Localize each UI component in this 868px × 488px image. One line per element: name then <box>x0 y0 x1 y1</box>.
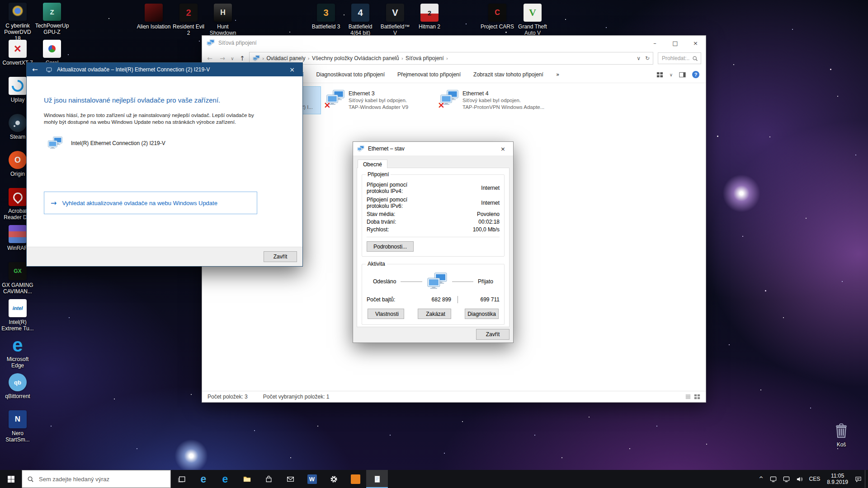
explorer-titlebar[interactable]: Síťová připojení – □ × <box>202 36 706 50</box>
taskbar-clock[interactable]: 11:05 8.9.2019 <box>823 473 852 485</box>
back-button[interactable]: ← <box>32 66 41 74</box>
up-button[interactable]: ↑ <box>236 55 248 62</box>
desktop-icon-gx-gaming[interactable]: GX GAMING CAVIMAN... <box>0 262 35 295</box>
desktop-icon-edge[interactable]: Microsoft Edge <box>0 336 35 369</box>
language-indicator[interactable]: CES <box>806 470 824 488</box>
action-center-button[interactable] <box>852 470 865 488</box>
address-dropdown-icon[interactable]: ∨ <box>637 55 641 61</box>
show-hidden-icons-button[interactable]: ^ <box>756 470 767 488</box>
help-icon[interactable]: ? <box>692 71 699 78</box>
taskbar-internet-explorer[interactable]: e <box>193 470 214 488</box>
word-icon: W <box>307 474 317 484</box>
breadcrumb-segment-network-connections[interactable]: Síťová připojení <box>406 55 444 61</box>
refresh-icon[interactable]: ↻ <box>645 55 650 61</box>
disable-button[interactable]: Zakázat <box>418 309 451 319</box>
command-view-status[interactable]: Zobrazit stav tohoto připojení <box>473 71 543 78</box>
desktop-icon-battlefield-4[interactable]: Battlefield 4(64 bit) <box>343 4 377 36</box>
taskbar-search-box[interactable] <box>22 470 171 488</box>
desktop-icon-battlefield-v[interactable]: Battlefield™ V <box>378 4 412 36</box>
desktop-icon-recycle-bin[interactable]: Koš <box>824 422 859 448</box>
details-view-icon[interactable] <box>685 394 691 400</box>
desktop-icon-battlefield-3[interactable]: Battlefield 3 <box>309 4 343 30</box>
taskbar-word[interactable]: W <box>301 470 323 488</box>
network-tray-icon[interactable] <box>780 470 793 488</box>
desktop-icon-powerdvd[interactable]: C yberlink PowerDVD 18 <box>0 3 35 42</box>
taskbar-file-explorer[interactable] <box>236 470 258 488</box>
forward-button[interactable]: → <box>217 55 228 62</box>
taskbar-settings[interactable] <box>323 470 344 488</box>
close-button[interactable]: × <box>685 36 706 50</box>
desktop-icon-intel-xtu[interactable]: Intel(R) Extreme Tu... <box>0 299 35 332</box>
volume-tray-icon[interactable] <box>793 470 806 488</box>
preview-pane-icon[interactable] <box>679 71 686 78</box>
details-button[interactable]: Podrobnosti... <box>367 241 414 252</box>
show-desktop-button[interactable] <box>865 470 868 488</box>
battlefield-4-icon <box>351 4 369 22</box>
command-overflow-chevron[interactable]: » <box>556 71 559 78</box>
starfield <box>0 0 1 1</box>
close-button[interactable]: × <box>282 63 302 76</box>
explorer-search-box[interactable] <box>658 52 701 64</box>
taskbar-active-window[interactable] <box>366 470 388 488</box>
sent-label: Odesláno <box>373 278 396 285</box>
desktop-icon-hitman-2[interactable]: Hitman 2 <box>412 4 447 30</box>
desktop-icon-label: Resident Evil 2 <box>171 23 206 36</box>
dialog-titlebar[interactable]: Ethernet – stav × <box>353 142 513 155</box>
recent-locations-dropdown[interactable]: ∨ <box>229 56 236 61</box>
breadcrumb[interactable]: › Ovládací panely › Všechny položky Ovlá… <box>249 52 653 65</box>
taskbar-mail[interactable] <box>279 470 301 488</box>
battlefield-3-icon <box>317 4 335 22</box>
status-row: Stav média:Povoleno <box>367 211 500 217</box>
breadcrumb-segment-control-panel[interactable]: Ovládací panely <box>266 55 305 61</box>
command-rename-connection[interactable]: Přejmenovat toto připojení <box>397 71 461 78</box>
windows-logo-icon <box>7 475 15 483</box>
network-item-ethernet-4[interactable]: × Ethernet 4 Síťový kabel byl odpojen. T… <box>437 87 551 114</box>
desktop-icon-hunt-showdown[interactable]: Hunt Showdown <box>206 4 240 36</box>
taskbar-orange-app[interactable] <box>344 470 366 488</box>
diagnostics-button[interactable]: Diagnostika <box>465 309 499 319</box>
taskbar-edge[interactable]: e <box>214 470 236 488</box>
desktop-icon-project-cars[interactable]: Project CARS <box>480 4 514 30</box>
bytes-label: Počet bajtů: <box>367 296 395 303</box>
breadcrumb-segment-all-items[interactable]: Všechny položky Ovládacích panelů <box>312 55 399 61</box>
properties-button[interactable]: Vlastnosti <box>368 309 404 319</box>
command-diagnose-connection[interactable]: Diagnostikovat toto připojení <box>316 71 385 78</box>
dialog-footer: Zavřít <box>27 247 302 266</box>
file-explorer-icon <box>243 475 251 483</box>
close-dialog-button[interactable]: Zavřít <box>476 329 509 340</box>
mail-icon <box>287 475 294 483</box>
desktop-icon-gpuz[interactable]: TechPowerUp GPU-Z <box>35 3 69 35</box>
star-flare <box>175 439 208 473</box>
back-button[interactable]: ← <box>204 55 216 62</box>
taskbar-store[interactable] <box>258 470 279 488</box>
desktop-icon-qbittorrent[interactable]: qBittorrent <box>0 373 35 399</box>
thumbnail-view-icon[interactable] <box>694 394 700 400</box>
tab-general[interactable]: Obecné <box>358 160 387 168</box>
project-cars-icon <box>488 4 506 22</box>
explorer-search-input[interactable] <box>661 55 690 62</box>
taskbar-search-input[interactable] <box>38 475 165 483</box>
internet-explorer-icon: e <box>201 473 207 485</box>
display-tray-icon[interactable] <box>767 470 780 488</box>
dialog-titlebar[interactable]: ← Aktualizovat ovladače – Intel(R) Ether… <box>27 63 302 76</box>
close-button[interactable]: × <box>493 142 513 155</box>
convertx-icon <box>9 40 27 58</box>
desktop-icon-alien-isolation[interactable]: Alien Isolation <box>137 4 171 30</box>
maximize-button[interactable]: □ <box>665 36 685 50</box>
edge-icon: e <box>222 473 228 485</box>
network-item-ethernet-3[interactable]: × Ethernet 3 Síťový kabel byl odpojen. T… <box>323 87 437 114</box>
task-view-button[interactable] <box>171 470 193 488</box>
desktop-icon-label: Microsoft Edge <box>0 356 35 369</box>
view-mode-dropdown-icon[interactable]: ∨ <box>670 72 673 77</box>
view-mode-icon[interactable] <box>656 71 663 78</box>
minimize-button[interactable]: – <box>645 36 665 50</box>
connection-device: TAP-Windows Adapter V9 <box>349 104 408 111</box>
desktop-icon-label: Nero StartSm... <box>0 430 35 443</box>
close-dialog-button[interactable]: Zavřít <box>264 251 297 262</box>
device-icon <box>47 136 63 150</box>
search-windows-update-link[interactable]: → Vyhledat aktualizované ovladače na web… <box>44 192 257 214</box>
desktop-icon-resident-evil-2[interactable]: Resident Evil 2 <box>171 4 206 36</box>
desktop-icon-gta-v[interactable]: Grand Theft Auto V <box>515 4 550 36</box>
start-button[interactable] <box>0 470 22 488</box>
desktop-icon-nero[interactable]: Nero StartSm... <box>0 410 35 443</box>
